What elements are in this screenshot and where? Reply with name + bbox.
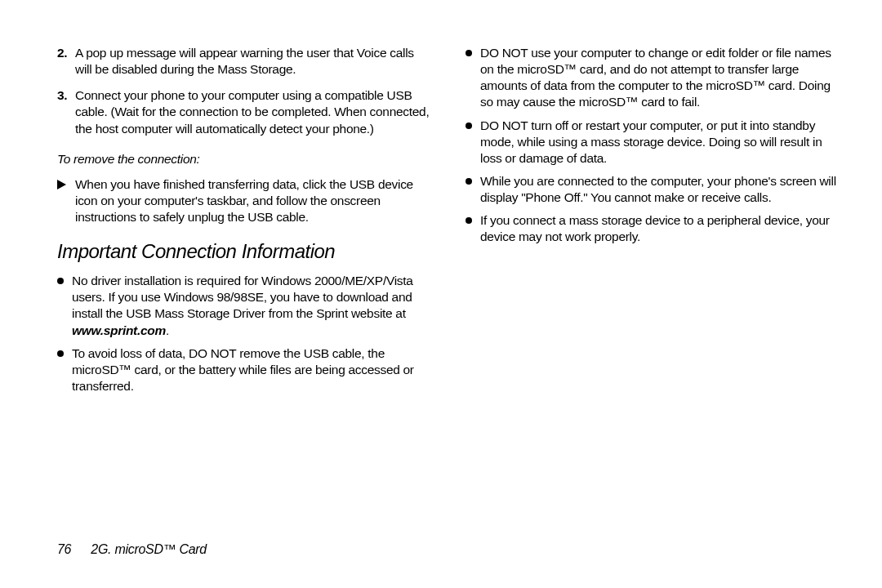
info-bullet-4: DO NOT turn off or restart your computer… <box>466 118 841 167</box>
step-2-text: A pop up message will appear warning the… <box>75 46 414 76</box>
remove-step: When you have finished transferring data… <box>57 176 433 225</box>
step-3-text: Connect your phone to your computer usin… <box>75 88 429 135</box>
page-content: 2. A pop up message will appear warning … <box>0 0 882 401</box>
page-footer: 76 2G. microSD™ Card <box>57 542 207 557</box>
step-2: 2. A pop up message will appear warning … <box>57 45 433 78</box>
step-3: 3. Connect your phone to your computer u… <box>57 87 433 136</box>
info-bullet-5: While you are connected to the computer,… <box>466 173 841 206</box>
info-bullet-4-text: DO NOT turn off or restart your computer… <box>480 118 822 165</box>
left-column: 2. A pop up message will appear warning … <box>57 45 433 401</box>
info-bullet-3-text: DO NOT use your computer to change or ed… <box>480 46 831 109</box>
remove-step-text: When you have finished transferring data… <box>75 177 413 224</box>
info-bullet-2-text: To avoid loss of data, DO NOT remove the… <box>72 346 414 393</box>
info-bullet-3: DO NOT use your computer to change or ed… <box>466 45 841 111</box>
info-bullet-6-text: If you connect a mass storage device to … <box>480 213 830 243</box>
right-column: DO NOT use your computer to change or ed… <box>466 45 841 401</box>
footer-section-title: 2G. microSD™ Card <box>91 542 207 556</box>
info-bullet-2: To avoid loss of data, DO NOT remove the… <box>57 345 433 394</box>
section-heading: Important Connection Information <box>57 240 433 263</box>
info-bullet-5-text: While you are connected to the computer,… <box>480 174 836 204</box>
info-bullet-1-post: . <box>166 323 169 337</box>
info-bullet-1: No driver installation is required for W… <box>57 273 433 339</box>
info-bullet-6: If you connect a mass storage device to … <box>466 212 841 245</box>
page-number: 76 <box>57 542 71 556</box>
info-bullet-1-pre: No driver installation is required for W… <box>72 274 413 320</box>
step-3-number: 3. <box>57 87 67 104</box>
step-2-number: 2. <box>57 45 67 61</box>
remove-connection-heading: To remove the connection: <box>57 152 433 167</box>
info-bullet-1-link: www.sprint.com <box>72 323 166 337</box>
